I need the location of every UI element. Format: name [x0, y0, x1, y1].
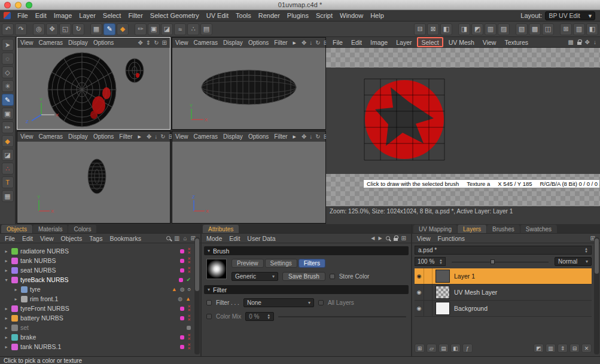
- filter-dropdown[interactable]: None ▾: [243, 298, 314, 307]
- vp-menu-filter[interactable]: Filter: [274, 133, 287, 140]
- vp-menu-cameras[interactable]: Cameras: [39, 133, 63, 140]
- attr-menu-mode[interactable]: Mode: [206, 235, 222, 242]
- vp-menu-cameras[interactable]: Cameras: [194, 133, 218, 140]
- menu-file[interactable]: File: [14, 10, 32, 22]
- tv-menu-edit[interactable]: Edit: [348, 38, 365, 47]
- layer-thumbnail[interactable]: [435, 270, 450, 283]
- enabled-check-icon[interactable]: ✔: [186, 277, 191, 283]
- tab-brushes[interactable]: Brushes: [487, 225, 520, 233]
- visibility-toggles[interactable]: ✕✕: [187, 257, 191, 264]
- filter-checkbox[interactable]: [206, 300, 212, 305]
- expand-icon[interactable]: ▸: [4, 325, 9, 331]
- visibility-toggles[interactable]: ✕✕: [187, 314, 191, 322]
- minimize-window-button[interactable]: [15, 2, 22, 8]
- expand-icon[interactable]: ▸: [4, 335, 9, 340]
- undo-icon[interactable]: ↶: [2, 23, 14, 35]
- rotate-view-icon[interactable]: ↻: [154, 39, 159, 46]
- vp-menu-display[interactable]: Display: [223, 133, 243, 140]
- vp-menu-cameras[interactable]: Cameras: [194, 39, 218, 46]
- move-tool-icon[interactable]: ✥: [46, 23, 58, 35]
- active-texture-dropdown[interactable]: a.psd * ▲▼: [415, 246, 592, 255]
- layer-color-dot[interactable]: [187, 326, 191, 330]
- magic-wand-icon[interactable]: ✳: [2, 80, 14, 92]
- uv-tool-8-icon[interactable]: ▧: [516, 23, 528, 35]
- brush-tab-filters[interactable]: Filters: [299, 259, 325, 268]
- layer-row[interactable]: ◉ UV Mesh Layer: [415, 285, 592, 301]
- brush-preview-thumbnail[interactable]: [206, 259, 227, 279]
- menu-window[interactable]: Window: [336, 10, 367, 22]
- vp-menu-cameras[interactable]: Cameras: [39, 39, 63, 46]
- paint-brush-tool-icon[interactable]: ✎: [103, 23, 115, 35]
- vp-menu-view[interactable]: View: [20, 133, 33, 140]
- tree-row[interactable]: ▸ tyreFront NURBS ✕✕: [0, 304, 200, 313]
- zoom-view-icon[interactable]: ⇕: [146, 39, 151, 46]
- expand-icon[interactable]: ▸: [4, 316, 9, 321]
- tree-row[interactable]: ▸ battery NURBS ✕✕: [0, 313, 200, 323]
- visibility-toggles[interactable]: ✕✕: [187, 334, 191, 341]
- pan-view-icon[interactable]: ✥: [301, 39, 306, 46]
- dots-tool-icon[interactable]: ∴: [187, 23, 199, 35]
- layer-mask-icon[interactable]: ◧: [450, 344, 461, 353]
- expand-icon[interactable]: ▸: [4, 249, 9, 254]
- layer-row-selected[interactable]: ◉ Layer 1: [415, 268, 592, 285]
- zoom-window-button[interactable]: [26, 2, 32, 8]
- rotate-view-icon[interactable]: ↻: [160, 133, 165, 140]
- color-swatch-icon[interactable]: ◆: [117, 23, 129, 35]
- stepper-arrows-icon[interactable]: ▲▼: [439, 259, 443, 265]
- color-mix-checkbox[interactable]: [206, 314, 212, 319]
- menu-help[interactable]: Help: [367, 10, 388, 22]
- layer-link-column[interactable]: [424, 285, 433, 300]
- pan-view-icon[interactable]: ✥: [147, 133, 151, 140]
- filter-more-icon[interactable]: ▶: [293, 134, 296, 139]
- menu-edit[interactable]: Edit: [32, 10, 50, 22]
- brush-tab-settings[interactable]: Settings: [265, 259, 297, 268]
- menu-filter[interactable]: Filter: [124, 10, 146, 22]
- menu-render[interactable]: Render: [255, 10, 284, 22]
- opacity-stepper[interactable]: 100 % ▲▼: [415, 257, 446, 266]
- layer-color-dot[interactable]: [180, 249, 184, 253]
- clone-stamp-icon[interactable]: ▣: [148, 23, 160, 35]
- vp-menu-display[interactable]: Display: [223, 39, 243, 46]
- tab-objects[interactable]: Objects: [1, 225, 32, 233]
- uv-tool-7-icon[interactable]: ▨: [498, 23, 510, 35]
- filter-section-header[interactable]: ▾ Filter: [204, 285, 409, 294]
- layout-dropdown[interactable]: BP UV Edit ▾: [545, 11, 595, 20]
- vp-menu-options[interactable]: Options: [248, 39, 269, 46]
- uv-tool-13-icon[interactable]: ◧: [586, 23, 598, 35]
- tree-row[interactable]: ▸ tank NURBS ✕✕: [0, 256, 200, 265]
- uv-tool-1-icon[interactable]: ⊟: [414, 23, 426, 35]
- menu-tools[interactable]: Tools: [232, 10, 255, 22]
- layer-visibility-toggle[interactable]: ◉: [415, 285, 424, 300]
- duplicate-layer-icon[interactable]: ▤: [438, 344, 449, 353]
- texture-tag-icon[interactable]: ◍: [178, 296, 182, 302]
- uv-tool-2-icon[interactable]: ⊠: [427, 23, 439, 35]
- tree-row[interactable]: ▸ tank NURBS.1 ✕✕: [0, 342, 200, 351]
- stepper-arrows-icon[interactable]: ▲▼: [584, 247, 588, 253]
- layers-menu-view[interactable]: View: [417, 235, 431, 242]
- delete-layer-icon[interactable]: ✕: [581, 344, 592, 353]
- smudge-tool-icon[interactable]: ≈: [174, 23, 186, 35]
- save-brush-button[interactable]: Save Brush: [282, 272, 325, 281]
- pan-view-icon[interactable]: ✥: [585, 39, 590, 45]
- layer-visibility-toggle[interactable]: ◉: [415, 268, 424, 284]
- layer-color-dot[interactable]: [179, 278, 183, 282]
- layer-color-dot[interactable]: [180, 307, 184, 311]
- tv-menu-select-highlighted[interactable]: Select: [417, 37, 443, 47]
- vp-menu-options[interactable]: Options: [93, 133, 114, 140]
- tree-row[interactable]: ▸ seat NURBS ✕✕: [0, 265, 200, 275]
- om-menu-view[interactable]: View: [40, 235, 54, 242]
- store-color-checkbox[interactable]: [330, 274, 335, 279]
- collapse-icon[interactable]: ▾: [4, 277, 9, 283]
- uv-tool-9-icon[interactable]: ▩: [529, 23, 541, 35]
- om-menu-objects[interactable]: Objects: [61, 235, 83, 242]
- histogram-icon[interactable]: ▩: [568, 39, 573, 45]
- merge-layer-icon[interactable]: ◩: [534, 344, 544, 353]
- uv-tool-10-icon[interactable]: ◫: [542, 23, 554, 35]
- tv-menu-layer[interactable]: Layer: [393, 38, 415, 47]
- objects-scrollbar[interactable]: [194, 237, 200, 354]
- maximize-view-icon[interactable]: ⊞: [162, 39, 167, 46]
- blend-mode-dropdown[interactable]: Normal ▾: [555, 257, 592, 266]
- pencil-icon[interactable]: ✏: [2, 121, 14, 133]
- opacity-slider[interactable]: [452, 259, 549, 265]
- vp-menu-filter[interactable]: Filter: [119, 133, 132, 140]
